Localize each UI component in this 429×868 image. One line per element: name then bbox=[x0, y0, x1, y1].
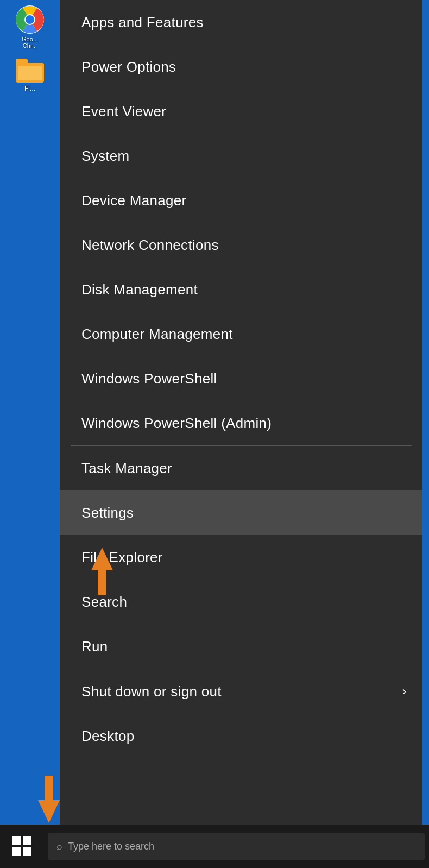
menu-item-system[interactable]: System bbox=[60, 134, 422, 178]
menu-item-disk-management[interactable]: Disk Management bbox=[60, 267, 422, 312]
chrome-icon-desktop[interactable]: Goo...Chr... bbox=[8, 5, 52, 49]
menu-item-windows-powershell-admin[interactable]: Windows PowerShell (Admin) bbox=[60, 401, 422, 445]
svg-rect-4 bbox=[12, 836, 21, 845]
folder-icon-desktop[interactable]: Fi... bbox=[8, 59, 52, 92]
menu-item-settings[interactable]: Settings bbox=[60, 490, 422, 535]
menu-item-run[interactable]: Run bbox=[60, 624, 422, 669]
menu-item-apps-and-features[interactable]: Apps and Features bbox=[60, 0, 422, 45]
svg-rect-7 bbox=[23, 847, 31, 856]
chrome-icon-label: Goo...Chr... bbox=[22, 36, 38, 49]
chrome-logo-icon bbox=[16, 5, 44, 34]
menu-item-device-manager[interactable]: Device Manager bbox=[60, 178, 422, 223]
menu-item-task-manager[interactable]: Task Manager bbox=[60, 446, 422, 490]
menu-item-windows-powershell[interactable]: Windows PowerShell bbox=[60, 356, 422, 401]
svg-rect-6 bbox=[12, 847, 21, 856]
desktop: Goo...Chr... Fi... Apps and Features Pow… bbox=[0, 0, 429, 868]
context-menu: Apps and Features Power Options Event Vi… bbox=[60, 0, 422, 825]
svg-rect-5 bbox=[23, 836, 31, 845]
taskbar: ⌕ Type here to search bbox=[0, 825, 429, 868]
arrow-right-icon: › bbox=[402, 684, 406, 699]
menu-item-event-viewer[interactable]: Event Viewer bbox=[60, 89, 422, 134]
start-button[interactable] bbox=[0, 825, 43, 868]
menu-item-search[interactable]: Search bbox=[60, 580, 422, 624]
folder-icon-label: Fi... bbox=[24, 85, 35, 92]
menu-item-network-connections[interactable]: Network Connections bbox=[60, 223, 422, 267]
svg-point-3 bbox=[26, 15, 34, 24]
menu-item-file-explorer[interactable]: File Explorer bbox=[60, 535, 422, 580]
menu-item-power-options[interactable]: Power Options bbox=[60, 45, 422, 89]
windows-logo-icon bbox=[12, 836, 31, 856]
search-icon: ⌕ bbox=[56, 841, 62, 852]
taskbar-search[interactable]: ⌕ Type here to search bbox=[48, 833, 425, 860]
menu-item-desktop[interactable]: Desktop bbox=[60, 714, 422, 758]
menu-item-computer-management[interactable]: Computer Management bbox=[60, 312, 422, 356]
menu-item-shut-down-or-sign-out[interactable]: Shut down or sign out › bbox=[60, 669, 422, 714]
desktop-icons-area: Goo...Chr... Fi... bbox=[0, 0, 60, 868]
